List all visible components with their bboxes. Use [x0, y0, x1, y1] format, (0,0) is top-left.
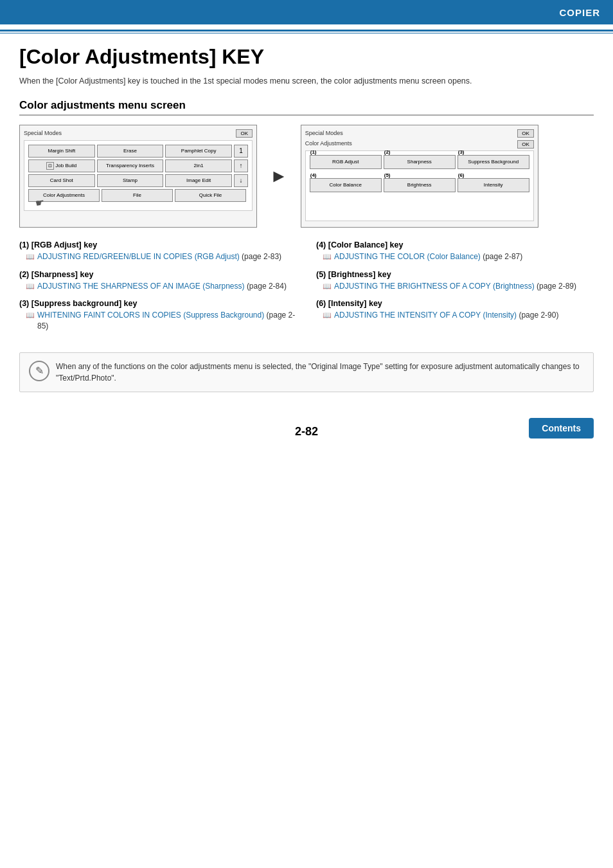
job-build-btn[interactable]: ⊡Job Build — [28, 159, 95, 172]
card-shot-btn[interactable]: Card Shot — [28, 174, 95, 187]
quick-file-btn[interactable]: Quick File — [175, 189, 246, 202]
desc-item-6-title: (6) [Intensity] key — [316, 299, 594, 308]
desc-num-1: (1) — [19, 240, 29, 249]
note-box: ✎ When any of the functions on the color… — [19, 352, 594, 392]
intensity-btn[interactable]: (6) Intensity — [458, 178, 529, 192]
color-adjustments-screen: Special Modes OK Color Adjustments OK (1… — [301, 125, 538, 228]
rgb-adjust-link[interactable]: ADJUSTING RED/GREEN/BLUE IN COPIES (RGB … — [37, 252, 240, 261]
book-icon-3: 📖 — [26, 311, 35, 320]
arrow-indicator: ► — [270, 166, 288, 186]
intro-text: When the [Color Adjustments] key is touc… — [19, 75, 594, 87]
right-desc-col: (4) [Color Balance] key 📖 ADJUSTING THE … — [316, 240, 594, 339]
up-scroll-btn[interactable]: ↑ — [234, 159, 248, 172]
book-icon-1: 📖 — [26, 252, 35, 262]
screen1-btn-group1: Margin Shift Erase Pamphlet Copy — [28, 145, 232, 158]
ca-num-3: (3) — [458, 149, 465, 155]
note-text: When any of the functions on the color a… — [56, 361, 584, 384]
sharpness-btn[interactable]: (2) Sharpness — [384, 155, 456, 169]
desc-page-5: (page 2-89) — [537, 282, 576, 291]
screen2-title-bar: Special Modes OK — [305, 129, 534, 138]
ca-num-2: (2) — [384, 149, 391, 155]
erase-btn[interactable]: Erase — [97, 145, 164, 158]
desc-num-2: (2) — [19, 270, 29, 279]
brightness-link[interactable]: ADJUSTING THE BRIGHTNESS OF A COPY (Brig… — [334, 282, 535, 291]
stamp-btn[interactable]: Stamp — [97, 174, 164, 187]
book-icon-6: 📖 — [323, 311, 332, 320]
desc-link-1: 📖 ADJUSTING RED/GREEN/BLUE IN COPIES (RG… — [19, 251, 297, 262]
suppress-background-btn[interactable]: (3) Suppress Background — [458, 155, 529, 169]
desc-page-1: (page 2-83) — [242, 252, 281, 261]
side-btn-group: 1 — [234, 145, 248, 158]
desc-item-2-title: (2) [Sharpness] key — [19, 270, 297, 279]
book-icon-5: 📖 — [323, 282, 332, 291]
transparency-inserts-btn[interactable]: Transparency Inserts — [97, 159, 164, 172]
desc-link-4-text[interactable]: ADJUSTING THE COLOR (Color Balance) (pag… — [334, 251, 522, 262]
desc-link-3: 📖 WHITENING FAINT COLORS IN COPIES (Supp… — [19, 310, 297, 332]
desc-page-4: (page 2-87) — [483, 252, 522, 261]
screen1-row4: Color Adjustments ☛ File Quick File — [28, 189, 248, 202]
desc-link-6: 📖 ADJUSTING THE INTENSITY OF A COPY (Int… — [316, 310, 594, 321]
color-adjustments-btn[interactable]: Color Adjustments ☛ — [28, 189, 100, 202]
screen1-ok-button[interactable]: OK — [236, 129, 253, 138]
up-arrow-btn[interactable]: 1 — [234, 145, 248, 158]
side-btn-group2: ↑ — [234, 159, 248, 172]
screen1-title-bar: Special Modes OK — [24, 129, 253, 138]
desc-item-5: (5) [Brightness] key 📖 ADJUSTING THE BRI… — [316, 270, 594, 292]
desc-key-5: [Brightness] key — [328, 270, 391, 279]
section-heading: Color adjustments menu screen — [19, 99, 594, 116]
screen2-title: Special Modes — [305, 130, 343, 136]
color-adj-inner: (1) RGB Adjust (2) Sharpness (3) Suppres… — [305, 150, 534, 221]
screen2-ok-button[interactable]: OK — [517, 129, 534, 138]
desc-item-1-title: (1) [RGB Adjust] key — [19, 240, 297, 249]
pamphlet-copy-btn[interactable]: Pamphlet Copy — [165, 145, 232, 158]
desc-link-3-text[interactable]: WHITENING FAINT COLORS IN COPIES (Suppre… — [37, 310, 297, 332]
desc-link-2-text[interactable]: ADJUSTING THE SHARPNESS OF AN IMAGE (Sha… — [37, 281, 287, 292]
down-scroll-btn[interactable]: ↓ — [234, 174, 248, 187]
desc-page-2: (page 2-84) — [247, 282, 287, 291]
desc-link-1-text[interactable]: ADJUSTING RED/GREEN/BLUE IN COPIES (RGB … — [37, 251, 281, 262]
2in1-btn[interactable]: 2in1 — [165, 159, 232, 172]
special-modes-screen: Special Modes OK Margin Shift Erase Pamp… — [19, 125, 257, 228]
desc-num-5: (5) — [316, 270, 326, 279]
contents-button[interactable]: Contents — [529, 418, 594, 439]
page-number: 2-82 — [211, 425, 402, 439]
desc-link-6-text[interactable]: ADJUSTING THE INTENSITY OF A COPY (Inten… — [334, 310, 558, 321]
rgb-adjust-btn[interactable]: (1) RGB Adjust — [310, 155, 382, 169]
intensity-link[interactable]: ADJUSTING THE INTENSITY OF A COPY (Inten… — [334, 311, 517, 320]
ca-num-4: (4) — [310, 172, 317, 178]
screen2-subtitle: Color Adjustments — [305, 140, 352, 147]
desc-page-6: (page 2-90) — [519, 311, 558, 320]
screen1-title: Special Modes — [24, 130, 62, 136]
suppress-background-link[interactable]: WHITENING FAINT COLORS IN COPIES (Suppre… — [37, 311, 264, 320]
screen2-ok2-button[interactable]: OK — [517, 140, 534, 149]
screen1-body: Margin Shift Erase Pamphlet Copy 1 ⊡Job … — [24, 140, 253, 211]
diagram-area: Special Modes OK Margin Shift Erase Pamp… — [19, 125, 594, 228]
image-edit-btn[interactable]: Image Edit — [165, 174, 232, 187]
ca-num-6: (6) — [458, 172, 465, 178]
screen1-btn-group2: ⊡Job Build Transparency Inserts 2in1 — [28, 159, 232, 172]
desc-key-6: [Intensity] key — [328, 299, 382, 308]
color-balance-link[interactable]: ADJUSTING THE COLOR (Color Balance) — [334, 252, 481, 261]
desc-num-3: (3) — [19, 299, 29, 308]
desc-link-5-text[interactable]: ADJUSTING THE BRIGHTNESS OF A COPY (Brig… — [334, 281, 576, 292]
color-balance-btn[interactable]: (4) Color Balance — [310, 178, 382, 192]
margin-shift-btn[interactable]: Margin Shift — [28, 145, 95, 158]
note-icon: ✎ — [29, 361, 49, 381]
screen1-btn-group3: Card Shot Stamp Image Edit — [28, 174, 232, 187]
main-content: [Color Adjustments] KEY When the [Color … — [0, 33, 613, 405]
desc-item-2: (2) [Sharpness] key 📖 ADJUSTING THE SHAR… — [19, 270, 297, 292]
file-btn[interactable]: File — [102, 189, 173, 202]
ca-num-5: (5) — [384, 172, 391, 178]
hand-cursor-icon: ☛ — [34, 196, 45, 210]
page-title: [Color Adjustments] KEY — [19, 45, 594, 69]
desc-item-4-title: (4) [Color Balance] key — [316, 240, 594, 249]
desc-item-6: (6) [Intensity] key 📖 ADJUSTING THE INTE… — [316, 299, 594, 321]
header-bar: COPIER — [0, 0, 613, 24]
ca-row2: (4) Color Balance (5) Brightness (6) Int… — [310, 178, 529, 192]
sharpness-link[interactable]: ADJUSTING THE SHARPNESS OF AN IMAGE (Sha… — [37, 282, 245, 291]
desc-key-1: [RGB Adjust] key — [31, 240, 97, 249]
screen1-btn-group4: Color Adjustments ☛ File Quick File — [28, 189, 246, 202]
brightness-btn[interactable]: (5) Brightness — [384, 178, 456, 192]
desc-item-4: (4) [Color Balance] key 📖 ADJUSTING THE … — [316, 240, 594, 262]
desc-key-3: [Suppress background] key — [31, 299, 138, 308]
